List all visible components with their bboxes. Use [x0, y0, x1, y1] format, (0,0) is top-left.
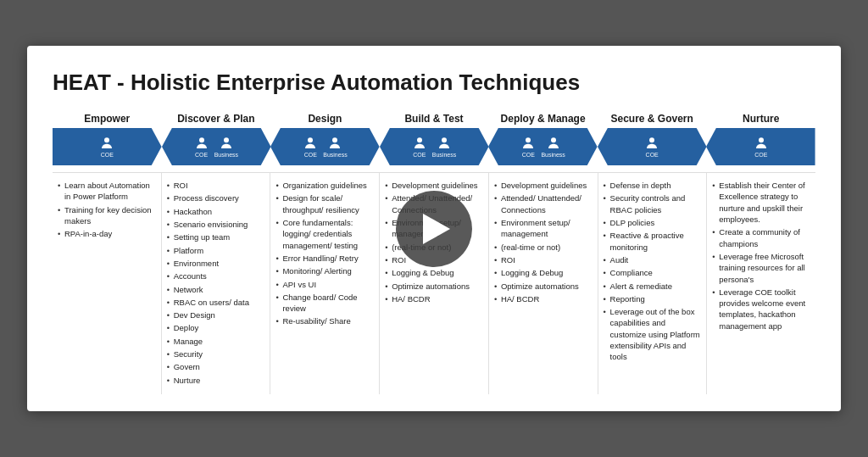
list-item: Security controls and RBAC policies [604, 192, 702, 215]
bullet-list-secure-govern: Defense in depthSecurity controls and RB… [604, 180, 702, 362]
play-triangle-icon [423, 214, 450, 244]
list-item: Security [167, 348, 265, 359]
bullet-list-nurture: Establish their Center of Excellence str… [712, 180, 810, 332]
content-col-empower: Learn about Automation in Power Platform… [53, 173, 162, 394]
list-item: Monitoring/ Alerting [275, 265, 374, 276]
list-item: Optimize automations [494, 281, 593, 292]
role-icon-business: Business [323, 136, 347, 158]
list-item: Training for key decision makers [58, 204, 156, 227]
bullet-list-design: Organization guidelinesDesign for scale/… [275, 180, 374, 327]
phase-label-nurture: Nurture [743, 113, 779, 125]
list-item: Create a community of champions [712, 226, 810, 249]
role-icon-coe: COE [303, 136, 318, 158]
svg-point-7 [332, 137, 337, 142]
list-item: ROI [167, 180, 265, 191]
list-item: Platform [167, 245, 265, 256]
list-item: DLP policies [604, 217, 702, 228]
arrow-icons-nurture: COE [754, 136, 769, 158]
role-icon-business: Business [432, 136, 456, 158]
list-item: Deploy [167, 322, 265, 333]
content-col-nurture: Establish their Center of Excellence str… [707, 173, 815, 394]
phase-design: Design COE Business [270, 113, 380, 165]
role-icon-coe: COE [99, 136, 114, 158]
arrow-icons-deploy-manage: COE Business [520, 136, 565, 158]
list-item: Network [167, 284, 265, 295]
role-icon-business: Business [541, 136, 565, 158]
svg-point-15 [649, 137, 654, 142]
list-item: Environment [167, 258, 265, 269]
list-item: Accounts [167, 270, 265, 281]
phase-discover-plan: Discover & Plan COE Business [162, 113, 271, 165]
list-item: Reactive & proactive monitoring [604, 230, 702, 253]
list-item: Alert & remediate [604, 281, 702, 292]
role-icon-coe: COE [644, 136, 659, 158]
svg-point-9 [417, 137, 422, 142]
list-item: HA/ BCDR [385, 293, 483, 304]
svg-point-13 [551, 137, 556, 142]
arrow-shape-deploy-manage: COE Business [488, 128, 598, 165]
list-item: Change board/ Code review [275, 292, 374, 315]
role-icon-coe: COE [412, 136, 427, 158]
phase-deploy-manage: Deploy & Manage COE Business [488, 113, 598, 165]
svg-point-10 [442, 137, 447, 142]
list-item: Learn about Automation in Power Platform [58, 180, 156, 203]
list-item: Reporting [604, 293, 702, 304]
phase-label-design: Design [308, 113, 342, 125]
content-col-design: Organization guidelinesDesign for scale/… [270, 173, 380, 394]
list-item: Compliance [604, 267, 702, 278]
list-item: Process discovery [167, 192, 265, 203]
main-title: HEAT - Holistic Enterprise Automation Te… [53, 70, 815, 96]
list-item: Logging & Debug [385, 267, 483, 278]
play-button[interactable] [396, 191, 472, 267]
list-item: RPA-in-a-day [58, 228, 156, 239]
list-item: Development guidelines [385, 180, 483, 191]
arrow-icons-secure-govern: COE [644, 136, 659, 158]
list-item: Scenario envisioning [167, 219, 265, 230]
phase-label-empower: Empower [84, 113, 130, 125]
svg-point-6 [308, 137, 313, 142]
svg-point-1 [104, 137, 109, 142]
bullet-list-discover-plan: ROIProcess discoveryHackathonScenario en… [167, 180, 265, 386]
list-item: Audit [604, 254, 702, 265]
list-item: Establish their Center of Excellence str… [712, 180, 810, 225]
svg-point-17 [759, 137, 764, 142]
list-item: Core fundamentals: logging/ credentials … [275, 217, 374, 251]
list-item: Organization guidelines [275, 180, 374, 191]
phase-label-deploy-manage: Deploy & Manage [501, 113, 586, 125]
arrow-icons-discover-plan: COE Business [194, 136, 238, 158]
list-item: Design for scale/ throughput/ resiliency [275, 192, 374, 215]
arrow-shape-discover-plan: COE Business [162, 128, 271, 165]
list-item: Hackathon [167, 206, 265, 217]
list-item: Nurture [167, 375, 265, 386]
list-item: Logging & Debug [494, 267, 593, 278]
role-icon-coe: COE [194, 136, 209, 158]
role-icon-coe: COE [520, 136, 536, 158]
arrow-shape-secure-govern: COE [598, 128, 707, 165]
arrow-shape-design: COE Business [270, 128, 380, 165]
list-item: Environment setup/ management [494, 217, 593, 240]
phase-build-test: Build & Test COE Business [380, 113, 489, 165]
phase-label-build-test: Build & Test [404, 113, 463, 125]
phase-label-discover-plan: Discover & Plan [177, 113, 254, 125]
content-col-deploy-manage: Development guidelinesAttended/ Unattend… [489, 173, 598, 394]
list-item: ROI [494, 254, 593, 265]
arrow-icons-build-test: COE Business [412, 136, 456, 158]
list-item: Leverage free Microsoft training resourc… [712, 251, 810, 285]
phase-label-secure-govern: Secure & Govern [610, 113, 693, 125]
content-col-discover-plan: ROIProcess discoveryHackathonScenario en… [162, 173, 271, 394]
arrow-shape-build-test: COE Business [380, 128, 489, 165]
role-icon-business: Business [214, 136, 238, 158]
slide-container: HEAT - Holistic Enterprise Automation Te… [27, 46, 841, 411]
svg-point-4 [224, 137, 229, 142]
list-item: Leverage out of the box capabilities and… [604, 306, 702, 362]
list-item: API vs UI [275, 279, 374, 290]
list-item: Dev Design [167, 309, 265, 320]
list-item: (real-time or not) [494, 242, 593, 253]
role-icon-coe: COE [754, 136, 769, 158]
list-item: Error Handling/ Retry [275, 253, 374, 264]
list-item: Attended/ Unattended/ Connections [494, 192, 593, 215]
svg-point-12 [526, 137, 531, 142]
phase-secure-govern: Secure & Govern COE [598, 113, 707, 165]
list-item: Defense in depth [604, 180, 702, 191]
list-item: HA/ BCDR [494, 293, 593, 304]
